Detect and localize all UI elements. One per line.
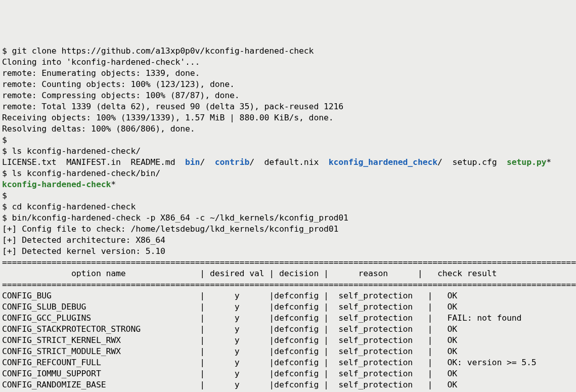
- terminal-text: [+] Detected architecture: X86_64: [2, 235, 165, 245]
- terminal-text: Receiving objects: 100% (1339/1339), 1.5…: [2, 113, 334, 122]
- terminal-text: *: [546, 157, 551, 167]
- terminal-line: CONFIG_SLUB_DEBUG | y |defconfig | self_…: [2, 301, 576, 313]
- terminal-text: $ cd kconfig-hardened-check: [2, 202, 136, 211]
- terminal-line: Receiving objects: 100% (1339/1339), 1.5…: [2, 112, 576, 123]
- terminal-text: ========================================…: [2, 257, 576, 267]
- terminal-line: kconfig-hardened-check*: [2, 179, 576, 190]
- terminal-line: [+] Detected kernel version: 5.10: [2, 246, 576, 257]
- terminal-text: [+] Detected kernel version: 5.10: [2, 246, 165, 256]
- terminal-text: CONFIG_IOMMU_SUPPORT | y |defconfig | se…: [2, 369, 457, 378]
- terminal-text: Cloning into 'kconfig-hardened-check'...: [2, 57, 200, 67]
- terminal-text: $ git clone https://github.com/a13xp0p0v…: [2, 46, 314, 56]
- terminal-text: / setup.cfg: [437, 157, 507, 167]
- directory-name: kconfig_hardened_check: [329, 157, 437, 167]
- terminal-line: [+] Detected architecture: X86_64: [2, 235, 576, 246]
- terminal-text: $ ls kconfig-hardened-check/bin/: [2, 168, 160, 178]
- terminal-line: CONFIG_STRICT_MODULE_RWX | y |defconfig …: [2, 346, 576, 357]
- terminal-text: CONFIG_RANDOMIZE_BASE | y |defconfig | s…: [2, 380, 457, 389]
- terminal-line: $ bin/kconfig-hardened-check -p X86_64 -…: [2, 212, 576, 224]
- terminal-text: remote: Total 1339 (delta 62), reused 90…: [2, 102, 343, 111]
- terminal-line: $ cd kconfig-hardened-check: [2, 201, 576, 212]
- directory-name: contrib: [215, 157, 250, 167]
- terminal-line: CONFIG_RANDOMIZE_BASE | y |defconfig | s…: [2, 379, 576, 390]
- terminal-text: CONFIG_SLUB_DEBUG | y |defconfig | self_…: [2, 302, 457, 312]
- terminal-line: CONFIG_GCC_PLUGINS | y |defconfig | self…: [2, 313, 576, 324]
- terminal-line: CONFIG_STRICT_KERNEL_RWX | y |defconfig …: [2, 335, 576, 346]
- terminal-line: ========================================…: [2, 257, 576, 268]
- terminal-text: CONFIG_REFCOUNT_FULL | y |defconfig | se…: [2, 358, 537, 367]
- terminal-text: Resolving deltas: 100% (806/806), done.: [2, 124, 195, 134]
- terminal-line: $ ls kconfig-hardened-check/: [2, 146, 576, 157]
- terminal-line: Resolving deltas: 100% (806/806), done.: [2, 123, 576, 135]
- terminal-text: /: [200, 157, 214, 167]
- terminal-line: remote: Counting objects: 100% (123/123)…: [2, 79, 576, 90]
- terminal-line: CONFIG_REFCOUNT_FULL | y |defconfig | se…: [2, 357, 576, 368]
- terminal-line: LICENSE.txt MANIFEST.in README.md bin/ c…: [2, 157, 576, 168]
- terminal-text: option name | desired val | decision | r…: [2, 269, 497, 278]
- directory-name: bin: [185, 157, 200, 167]
- terminal-text: $: [2, 191, 7, 200]
- terminal-text: / default.nix: [249, 157, 329, 167]
- terminal-text: CONFIG_STRICT_KERNEL_RWX | y |defconfig …: [2, 335, 457, 345]
- terminal-line: remote: Enumerating objects: 1339, done.: [2, 68, 576, 79]
- terminal-text: $ ls kconfig-hardened-check/: [2, 146, 141, 156]
- terminal-output: $ git clone https://github.com/a13xp0p0v…: [2, 46, 576, 392]
- terminal-text: [+] Config file to check: /home/letsdebu…: [2, 224, 338, 234]
- terminal-line: Cloning into 'kconfig-hardened-check'...: [2, 57, 576, 68]
- terminal-text: CONFIG_STRICT_MODULE_RWX | y |defconfig …: [2, 346, 457, 356]
- terminal-text: ========================================…: [2, 280, 576, 289]
- terminal-text: CONFIG_BUG | y |defconfig | self_protect…: [2, 291, 457, 300]
- terminal-line: option name | desired val | decision | r…: [2, 268, 576, 279]
- terminal-text: CONFIG_GCC_PLUGINS | y |defconfig | self…: [2, 313, 521, 323]
- terminal-line: $: [2, 190, 576, 201]
- terminal-line: $ ls kconfig-hardened-check/bin/: [2, 168, 576, 179]
- executable-name: kconfig-hardened-check: [2, 180, 111, 189]
- terminal-text: *: [111, 180, 116, 189]
- executable-name: setup.py: [507, 157, 546, 167]
- terminal-text: CONFIG_STACKPROTECTOR_STRONG | y |defcon…: [2, 324, 457, 334]
- terminal-text: remote: Compressing objects: 100% (87/87…: [2, 91, 240, 100]
- terminal-text: remote: Counting objects: 100% (123/123)…: [2, 79, 235, 89]
- terminal-text: LICENSE.txt MANIFEST.in README.md: [2, 157, 185, 167]
- terminal-line: CONFIG_STACKPROTECTOR_STRONG | y |defcon…: [2, 324, 576, 335]
- terminal-line: $ git clone https://github.com/a13xp0p0v…: [2, 46, 576, 57]
- terminal-line: [+] Config file to check: /home/letsdebu…: [2, 224, 576, 235]
- terminal-line: ========================================…: [2, 279, 576, 290]
- terminal-line: remote: Total 1339 (delta 62), reused 90…: [2, 101, 576, 112]
- terminal-text: $: [2, 135, 7, 145]
- terminal-line: CONFIG_BUG | y |defconfig | self_protect…: [2, 290, 576, 301]
- terminal-line: $: [2, 135, 576, 146]
- terminal-line: remote: Compressing objects: 100% (87/87…: [2, 90, 576, 101]
- terminal-text: remote: Enumerating objects: 1339, done.: [2, 68, 200, 78]
- terminal-line: CONFIG_IOMMU_SUPPORT | y |defconfig | se…: [2, 368, 576, 379]
- terminal-text: $ bin/kconfig-hardened-check -p X86_64 -…: [2, 213, 348, 223]
